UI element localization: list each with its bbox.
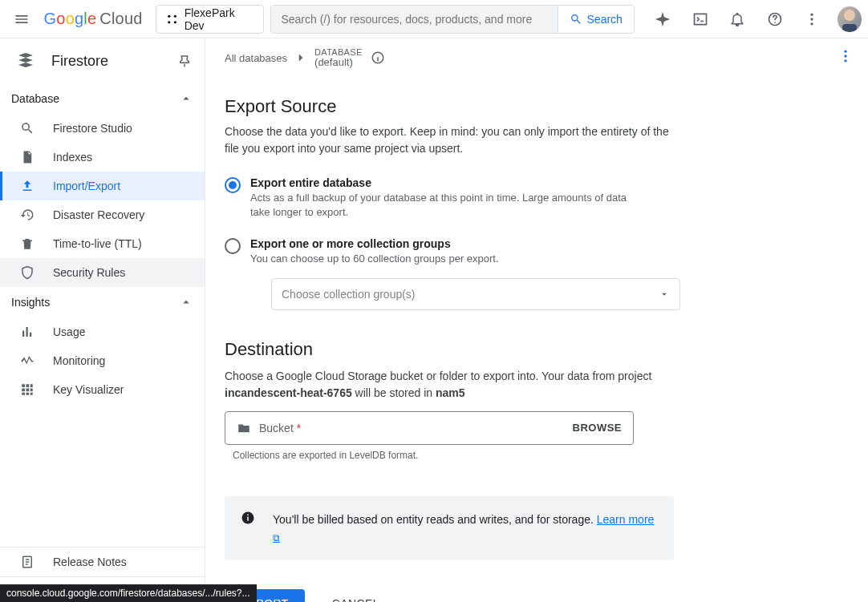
sidebar-item-ttl[interactable]: Time-to-live (TTL) (0, 229, 205, 258)
svg-rect-13 (30, 389, 33, 392)
sidebar-item-security-rules[interactable]: Security Rules (0, 258, 205, 287)
svg-rect-14 (22, 393, 25, 395)
svg-rect-12 (26, 389, 30, 392)
sidebar-item-indexes[interactable]: Indexes (0, 143, 205, 172)
heatmap-icon (19, 382, 35, 397)
destination-title: Destination (225, 339, 836, 360)
radio-label-groups: Export one or more collection groups (250, 237, 836, 250)
history-icon (19, 208, 35, 222)
product-title: Firestore (51, 53, 156, 70)
account-avatar[interactable] (838, 6, 862, 32)
search-bar: Search (270, 5, 634, 34)
section-insights-header[interactable]: Insights (0, 287, 205, 317)
browser-status-bar: console.cloud.google.com/firestore/datab… (0, 584, 257, 602)
info-icon[interactable] (371, 51, 385, 65)
svg-rect-10 (30, 384, 33, 387)
breadcrumb-all-databases[interactable]: All databases (225, 52, 287, 64)
trash-icon (19, 236, 35, 251)
browse-button[interactable]: BROWSE (573, 422, 623, 434)
hamburger-menu-button[interactable] (6, 3, 38, 35)
shield-icon (19, 265, 35, 280)
collection-groups-select[interactable]: Choose collection group(s) (271, 278, 680, 310)
search-icon (19, 121, 35, 135)
chevron-up-icon (179, 295, 193, 309)
help-icon[interactable] (760, 3, 791, 35)
svg-rect-24 (247, 514, 249, 515)
external-link-icon: ⧉ (273, 532, 280, 543)
radio-desc-groups: You can choose up to 60 collection group… (250, 252, 635, 266)
destination-description: Choose a Google Cloud Storage bucket or … (225, 368, 674, 402)
monitoring-icon (19, 354, 35, 368)
breadcrumb-database[interactable]: DATABASE (default) (314, 47, 362, 68)
sidebar-item-firestore-studio[interactable]: Firestore Studio (0, 114, 205, 143)
svg-point-7 (811, 22, 813, 25)
search-button[interactable]: Search (558, 6, 634, 33)
svg-rect-9 (26, 384, 30, 387)
svg-point-6 (811, 18, 813, 20)
svg-point-3 (173, 21, 176, 23)
firestore-logo-icon (16, 51, 35, 71)
product-header: Firestore (0, 38, 205, 83)
project-name: FlexePark Dev (185, 6, 254, 32)
svg-point-5 (811, 13, 813, 15)
page-more-menu-icon[interactable] (838, 48, 854, 64)
radio-label-entire: Export entire database (250, 176, 635, 189)
folder-icon (237, 421, 251, 435)
sidebar-item-usage[interactable]: Usage (0, 317, 205, 346)
svg-rect-8 (22, 384, 25, 387)
more-vert-icon[interactable] (797, 3, 828, 35)
breadcrumb-bar: All databases DATABASE (default) (205, 38, 868, 77)
section-database-header[interactable]: Database (0, 83, 205, 114)
billing-notice: You'll be billed based on entity reads a… (225, 496, 674, 561)
cancel-button[interactable]: CANCEL (327, 589, 384, 602)
svg-point-2 (168, 21, 170, 23)
svg-rect-23 (247, 516, 249, 520)
svg-point-0 (168, 14, 170, 17)
chevron-up-icon (179, 91, 193, 106)
svg-rect-11 (22, 389, 25, 392)
notifications-icon[interactable] (722, 3, 753, 35)
notes-icon (19, 555, 35, 569)
document-icon (19, 150, 35, 164)
svg-point-19 (844, 51, 846, 53)
gemini-spark-icon[interactable] (647, 3, 679, 35)
cloud-shell-icon[interactable] (684, 3, 716, 35)
project-picker[interactable]: FlexePark Dev (156, 5, 265, 34)
export-source-description: Choose the data you'd like to export. Ke… (225, 123, 674, 157)
radio-export-entire-database[interactable] (225, 177, 241, 193)
sidebar-item-release-notes[interactable]: Release Notes (0, 547, 205, 576)
sidebar-item-monitoring[interactable]: Monitoring (0, 346, 205, 375)
radio-export-collection-groups[interactable] (225, 238, 241, 254)
radio-desc-entire: Acts as a full backup of your database a… (250, 191, 635, 220)
info-solid-icon (241, 511, 255, 525)
export-source-title: Export Source (225, 96, 836, 117)
search-icon (570, 13, 582, 26)
dropdown-icon (659, 289, 670, 300)
bucket-input[interactable]: Bucket * BROWSE (225, 411, 634, 445)
svg-point-21 (844, 59, 846, 62)
main-content: All databases DATABASE (default) Export … (205, 38, 868, 602)
global-header: Google Cloud FlexePark Dev Search (0, 0, 868, 38)
upload-icon (19, 179, 35, 193)
google-cloud-logo[interactable]: Google Cloud (44, 10, 149, 28)
sidebar-item-import-export[interactable]: Import/Export (0, 172, 205, 200)
bucket-helper-text: Collections are exported in LevelDB form… (233, 450, 836, 461)
sidebar-item-key-visualizer[interactable]: Key Visualizer (0, 375, 205, 404)
project-icon (166, 13, 178, 26)
svg-rect-16 (30, 393, 33, 395)
pin-icon[interactable] (172, 49, 197, 73)
chevron-right-icon (294, 51, 308, 65)
bar-chart-icon (19, 325, 35, 339)
svg-rect-15 (26, 393, 30, 395)
sidebar-item-disaster-recovery[interactable]: Disaster Recovery (0, 200, 205, 229)
svg-point-1 (173, 14, 176, 17)
sidebar: Firestore Database Firestore Studio Inde… (0, 38, 205, 602)
svg-point-20 (844, 55, 846, 57)
search-input[interactable] (271, 6, 557, 33)
